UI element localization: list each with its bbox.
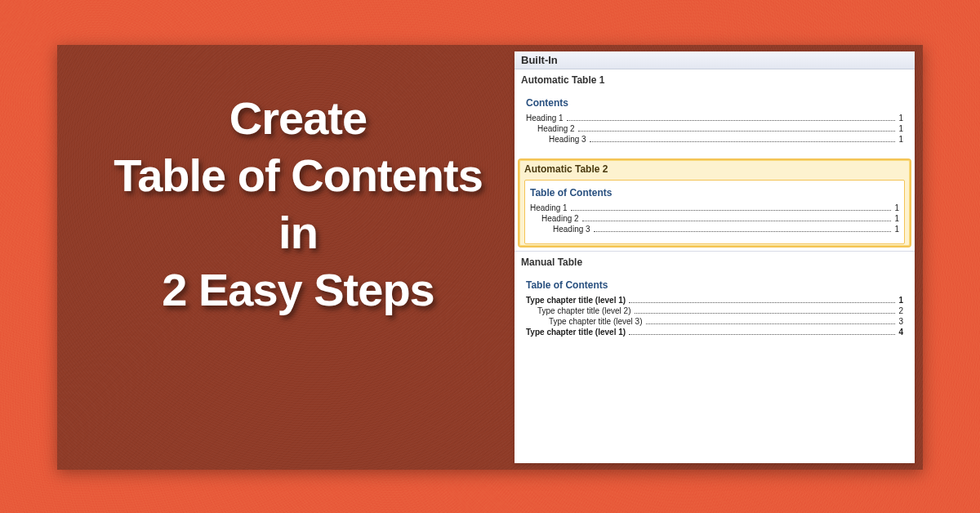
toc-entry-text: Heading 3 [549, 135, 586, 144]
toc-entry-text: Heading 2 [537, 124, 575, 133]
leader-dots [582, 221, 892, 221]
toc-entry-page: 1 [898, 114, 903, 123]
toc-entry-text: Heading 1 [526, 114, 564, 123]
toc-style-automatic-table-1[interactable]: Automatic Table 1 Contents Heading 1 1 H… [514, 69, 915, 155]
leader-dots [594, 231, 892, 232]
toc-line: Heading 2 1 [530, 214, 899, 223]
toc-entry-text: Heading 2 [541, 214, 579, 223]
leader-dots [635, 313, 896, 314]
toc-entry-text: Type chapter title (level 2) [537, 306, 631, 315]
toc-line: Type chapter title (level 2) 2 [526, 306, 903, 315]
toc-entry-text: Heading 3 [553, 225, 590, 234]
toc-style-manual-table[interactable]: Manual Table Table of Contents Type chap… [514, 252, 915, 348]
toc-entry-text: Type chapter title (level 1) [526, 328, 626, 337]
leader-dots [567, 120, 896, 121]
toc-entry-page: 1 [894, 225, 899, 234]
toc-line: Heading 3 1 [530, 225, 899, 234]
toc-line: Heading 3 1 [526, 135, 903, 144]
toc-entry-page: 2 [898, 306, 903, 315]
preview-title: Table of Contents [526, 279, 903, 291]
toc-entry-text: Heading 1 [530, 203, 568, 212]
content-panel: Create Table of Contents in 2 Easy Steps… [57, 45, 923, 470]
toc-line: Type chapter title (level 1) 4 [526, 328, 903, 337]
toc-entry-page: 1 [894, 214, 899, 223]
leader-dots [578, 131, 896, 132]
preview-title: Contents [526, 97, 903, 109]
toc-entry-text: Type chapter title (level 1) [526, 296, 626, 305]
headline-line-1: Create [69, 90, 527, 147]
style-preview: Table of Contents Type chapter title (le… [521, 273, 908, 346]
leader-dots [590, 141, 896, 142]
toc-gallery-dropdown[interactable]: Built-In Automatic Table 1 Contents Head… [514, 51, 915, 463]
leader-dots [571, 210, 892, 211]
toc-entry-page: 1 [898, 124, 903, 133]
gallery-section-header: Built-In [514, 51, 915, 69]
headline-line-4: 2 Easy Steps [69, 261, 527, 319]
headline-line-3: in [69, 204, 527, 261]
toc-line: Heading 1 1 [526, 114, 903, 123]
toc-entry-page: 3 [898, 317, 903, 326]
leader-dots [629, 302, 895, 303]
toc-entry-page: 4 [898, 328, 903, 337]
preview-title: Table of Contents [530, 187, 899, 199]
toc-entry-text: Type chapter title (level 3) [549, 317, 643, 326]
style-preview: Contents Heading 1 1 Heading 2 1 Heading… [521, 91, 908, 154]
toc-entry-page: 1 [894, 203, 899, 212]
headline-line-2: Table of Contents [69, 147, 527, 204]
toc-line: Heading 2 1 [526, 124, 903, 133]
toc-entry-page: 1 [898, 135, 903, 144]
style-preview: Table of Contents Heading 1 1 Heading 2 … [524, 180, 905, 244]
toc-style-automatic-table-2[interactable]: Automatic Table 2 Table of Contents Head… [518, 158, 911, 248]
leader-dots [629, 334, 895, 335]
toc-line: Heading 1 1 [530, 203, 899, 212]
style-title: Automatic Table 2 [524, 163, 905, 175]
toc-line: Type chapter title (level 1) 1 [526, 296, 903, 305]
toc-entry-page: 1 [898, 296, 903, 305]
headline-text: Create Table of Contents in 2 Easy Steps [69, 90, 527, 319]
toc-line: Type chapter title (level 3) 3 [526, 317, 903, 326]
style-title: Automatic Table 1 [521, 74, 908, 86]
style-title: Manual Table [521, 256, 908, 268]
leader-dots [646, 323, 896, 324]
